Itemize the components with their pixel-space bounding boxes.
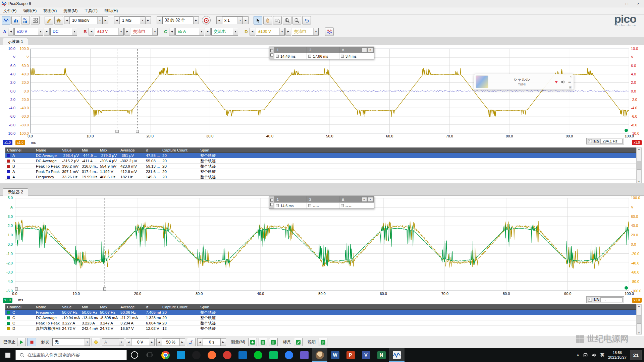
taskbar-icon-user-avatar[interactable]: [312, 348, 327, 362]
taskbar-icon-wechat[interactable]: [266, 348, 281, 362]
zoom-out-button[interactable]: [292, 16, 301, 24]
pretrigger-spinner[interactable]: ◀50 %▶: [156, 338, 185, 346]
windows-start-button[interactable]: [0, 348, 15, 362]
channel-B-range-select[interactable]: ±10 V▾: [95, 28, 124, 36]
channel-A-range-prev-button[interactable]: ◀: [8, 28, 14, 36]
taskbar-icon-mail[interactable]: [235, 348, 250, 362]
scope1-frequency-legend[interactable]: 1/Δ 294.1 Hz: [586, 138, 624, 144]
increase-icon[interactable]: ▶: [149, 338, 155, 346]
speaker-icon[interactable]: [560, 79, 566, 84]
segment-indicator[interactable]: 32 的 32 个: [162, 16, 193, 24]
delete-measurement-button[interactable]: [269, 338, 278, 346]
decrease-icon[interactable]: ◀: [156, 338, 162, 346]
measurement-row[interactable]: CDC Average-10.94 mA-13.46 mA-8.808 mA-1…: [5, 315, 636, 320]
zoom-next-button[interactable]: ▶: [243, 16, 249, 24]
measurement-row[interactable]: BDC Average-315.2 μV-411.4 ...-206.4 μV-…: [5, 158, 636, 164]
like-heart-icon[interactable]: ♥: [555, 79, 558, 84]
pen-tool-button[interactable]: [45, 16, 53, 24]
scope2-frequency-legend[interactable]: 1/Δ --.--: [586, 296, 624, 303]
scope-view-button[interactable]: [2, 16, 10, 24]
channel-C-range-next-button[interactable]: ▶: [205, 28, 211, 36]
ruler-drag-handle[interactable]: [269, 47, 274, 59]
normal-cursor-button[interactable]: [254, 16, 262, 24]
taskbar-search-box[interactable]: 在这里输入你要搜索的内容: [15, 350, 127, 360]
channel-B-range-next-button[interactable]: ▶: [124, 28, 130, 36]
scroll-down-icon[interactable]: ▼: [638, 332, 640, 334]
menu-item-3[interactable]: 视图(V): [40, 7, 60, 15]
scope2-ruler-overlay[interactable]: 1 2 Δ–× 14.6 ms --.-- --.--: [269, 196, 374, 209]
notes-button[interactable]: [319, 338, 327, 346]
trigger-delay-spinner[interactable]: ◀0 s▶: [197, 338, 226, 346]
ruler-close-button[interactable]: ×: [368, 197, 373, 202]
marquee-zoom-button[interactable]: [273, 16, 282, 24]
segment-prev-button[interactable]: ◀: [157, 16, 162, 24]
scroll-down-icon[interactable]: ▼: [638, 180, 640, 183]
tray-expand-icon[interactable]: ∧: [577, 353, 579, 357]
scope2-table-scrollbar[interactable]: ▲▼: [636, 304, 642, 335]
increase-icon[interactable]: ▶: [179, 338, 185, 346]
taskbar-icon-chrome[interactable]: [158, 348, 173, 362]
home-button[interactable]: [54, 16, 63, 24]
menu-item-6[interactable]: 帮助(H): [101, 7, 121, 15]
segment-goto-button[interactable]: [202, 16, 211, 24]
measurement-row[interactable]: CFrequency50.07 Hz50.05 Hz50.07 Hz50.06 …: [5, 310, 636, 315]
channel-A-range-select[interactable]: ±10 V▾: [14, 28, 43, 36]
scroll-up-icon[interactable]: ▲: [638, 148, 640, 150]
music-player-overlay[interactable]: シャルル YuNi ♥ ≡ × ▣: [474, 74, 574, 89]
taskbar-icon-word[interactable]: W: [327, 348, 343, 362]
timebase-next-button[interactable]: ▶: [103, 16, 108, 24]
menu-item-5[interactable]: 工具(T): [81, 7, 101, 15]
taskbar-icon-firefox[interactable]: [204, 348, 219, 362]
input-language-indicator[interactable]: 英: [600, 352, 604, 358]
close-button[interactable]: ×: [633, 0, 644, 7]
channel-C-range-prev-button[interactable]: ◀: [169, 28, 175, 36]
volume-icon[interactable]: [592, 353, 597, 358]
ruler-drag-handle[interactable]: [269, 196, 274, 208]
taskbar-icon-app-purple[interactable]: [297, 348, 312, 362]
taskbar-icon-powerpoint[interactable]: P: [343, 348, 358, 362]
channel-D-range-next-button[interactable]: ▶: [285, 28, 291, 36]
add-view-button[interactable]: [31, 16, 40, 24]
measurement-row[interactable]: D真均方根(RMS)24.72 V242.4 mV24.72 V16.57 V1…: [5, 326, 636, 331]
trigger-marker-button[interactable]: [92, 338, 100, 346]
scope2-waveform-area[interactable]: [15, 198, 629, 291]
taskbar-icon-netease-music[interactable]: [219, 348, 235, 362]
zoom-in-button[interactable]: [283, 16, 291, 24]
channel-B-coupling-select[interactable]: 交流电▾: [131, 28, 158, 36]
trigger-mode-select[interactable]: 无▾: [52, 338, 90, 346]
ruler-close-button[interactable]: ×: [368, 48, 373, 52]
taskbar-icon-cortana[interactable]: [127, 348, 142, 362]
ruler-minimize-button[interactable]: –: [362, 48, 367, 52]
channel-C-coupling-select[interactable]: 交流电▾: [211, 28, 238, 36]
samples-select[interactable]: 1 MS▾: [120, 16, 145, 24]
taskbar-icon-onenote[interactable]: N: [374, 348, 389, 362]
start-capture-button[interactable]: [17, 338, 26, 346]
channel-D-range-select[interactable]: ±100 V▾: [256, 28, 285, 36]
scope1-waveform-area[interactable]: [30, 49, 629, 133]
segment-next-button[interactable]: ▶: [193, 16, 199, 24]
trigger-source-select[interactable]: A▾: [102, 338, 124, 346]
taskbar-icon-qq[interactable]: [189, 348, 204, 362]
playlist-menu-icon[interactable]: ≡: [568, 79, 571, 84]
menu-item-1[interactable]: 文件(F): [0, 7, 20, 15]
trigger-level-spinner[interactable]: ◀0 V▶: [126, 338, 155, 346]
maximize-button[interactable]: □: [621, 0, 633, 7]
scroll-up-icon[interactable]: ▲: [638, 305, 640, 307]
hand-tool-button[interactable]: [263, 16, 272, 24]
trigger-edge-button[interactable]: [187, 338, 196, 346]
persistence-view-button[interactable]: [21, 16, 30, 24]
add-measurement-button[interactable]: [248, 338, 257, 346]
measurement-row[interactable]: APeak To Peak397.1 mV317.4 m...1.192 V41…: [5, 169, 636, 174]
timebase-select[interactable]: 10 ms/div▾: [70, 16, 103, 24]
minimize-button[interactable]: –: [610, 0, 621, 7]
increase-icon[interactable]: ▶: [220, 338, 226, 346]
taskbar-clock[interactable]: 18:56 2021/10/27: [608, 350, 627, 360]
scope1-ruler-overlay[interactable]: 1 2 Δ–× 14.46 ms 17.86 ms 3.4 ms: [269, 47, 374, 59]
menu-item-4[interactable]: 测量(M): [60, 7, 81, 15]
measurement-row[interactable]: AFrequency33.26 Hz19.99 Hz468.6 Hz182 Hz…: [5, 174, 636, 180]
taskbar-icon-picoscope[interactable]: [389, 348, 405, 362]
zoom-select[interactable]: x 1▾: [222, 16, 243, 24]
rulers-button[interactable]: [294, 338, 303, 346]
edit-measurement-button[interactable]: [259, 338, 267, 346]
timebase-prev-button[interactable]: ◀: [64, 16, 70, 24]
